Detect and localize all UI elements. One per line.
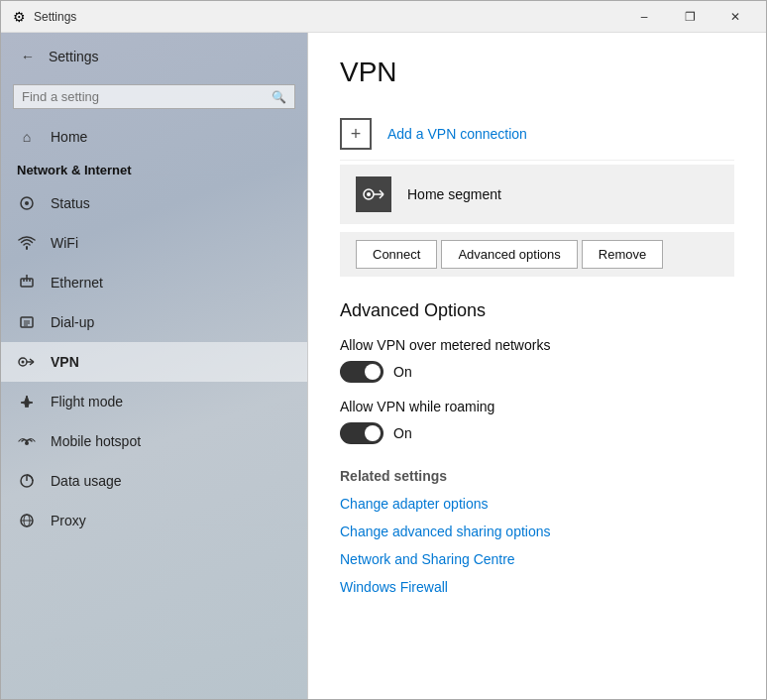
- option-metered-networks: Allow VPN over metered networks On: [340, 337, 734, 383]
- data-usage-icon: [17, 471, 37, 491]
- sidebar-item-data-usage[interactable]: Data usage: [1, 461, 307, 501]
- svg-point-23: [367, 192, 371, 196]
- toggle-row-roaming: On: [340, 422, 734, 444]
- vpn-icon: [17, 352, 37, 372]
- back-icon: ←: [21, 49, 35, 64]
- status-icon: [17, 193, 37, 213]
- plus-icon: +: [340, 118, 372, 150]
- sidebar-item-vpn[interactable]: VPN: [1, 342, 307, 382]
- proxy-icon: [17, 511, 37, 530]
- add-vpn-label: Add a VPN connection: [387, 126, 527, 142]
- related-link-firewall[interactable]: Windows Firewall: [340, 579, 734, 595]
- back-button[interactable]: ←: [17, 45, 39, 68]
- vpn-connection-item[interactable]: Home segment: [340, 165, 734, 224]
- toggle-metered[interactable]: [340, 361, 384, 383]
- close-button[interactable]: ✕: [712, 1, 758, 33]
- sidebar-item-mobile-hotspot[interactable]: Mobile hotspot: [1, 421, 307, 461]
- svg-point-16: [25, 441, 29, 445]
- related-settings-section: Related settings Change adapter options …: [340, 468, 734, 595]
- search-input[interactable]: [22, 89, 266, 104]
- sidebar: ← Settings 🔍 ⌂ Home Network & Internet: [1, 33, 308, 699]
- sidebar-item-wifi[interactable]: WiFi: [1, 223, 307, 263]
- main-panel: VPN + Add a VPN connection Home se: [308, 33, 766, 699]
- option-metered-label: Allow VPN over metered networks: [340, 337, 734, 353]
- toggle-roaming-state: On: [393, 425, 412, 441]
- sidebar-item-ethernet[interactable]: Ethernet: [1, 263, 307, 302]
- sidebar-item-label-ethernet: Ethernet: [51, 275, 103, 291]
- vpn-connection-name: Home segment: [407, 186, 501, 202]
- ethernet-icon: [17, 273, 37, 292]
- remove-button[interactable]: Remove: [582, 240, 663, 269]
- search-icon: 🔍: [272, 90, 286, 104]
- action-buttons: Connect Advanced options Remove: [340, 232, 734, 277]
- sidebar-item-dialup[interactable]: Dial-up: [1, 302, 307, 342]
- minimize-button[interactable]: –: [621, 1, 667, 33]
- sidebar-item-proxy[interactable]: Proxy: [1, 501, 307, 540]
- app-icon: ⚙: [13, 9, 26, 25]
- option-roaming-label: Allow VPN while roaming: [340, 399, 734, 414]
- sidebar-app-title: Settings: [49, 49, 99, 64]
- sidebar-item-label-mobile-hotspot: Mobile hotspot: [51, 433, 141, 449]
- toggle-roaming[interactable]: [340, 422, 384, 444]
- hotspot-icon: [17, 431, 37, 451]
- related-link-adapter[interactable]: Change adapter options: [340, 496, 734, 512]
- restore-button[interactable]: ❐: [667, 1, 712, 33]
- search-box[interactable]: 🔍: [13, 84, 295, 109]
- sidebar-item-flight-mode[interactable]: Flight mode: [1, 382, 307, 421]
- sidebar-item-status[interactable]: Status: [1, 183, 307, 223]
- sidebar-item-label-vpn: VPN: [51, 354, 79, 370]
- sidebar-item-label-wifi: WiFi: [51, 235, 78, 251]
- connect-button[interactable]: Connect: [356, 240, 437, 269]
- sidebar-item-home[interactable]: ⌂ Home: [1, 117, 307, 157]
- home-icon: ⌂: [17, 127, 37, 147]
- advanced-options-section-title: Advanced Options: [340, 300, 734, 321]
- dialup-icon: [17, 312, 37, 332]
- sidebar-item-label-dialup: Dial-up: [51, 314, 94, 330]
- sidebar-item-label-data-usage: Data usage: [51, 473, 122, 489]
- related-link-sharing-centre[interactable]: Network and Sharing Centre: [340, 551, 734, 567]
- add-vpn-row[interactable]: + Add a VPN connection: [340, 108, 734, 161]
- page-title: VPN: [340, 57, 734, 88]
- toggle-row-metered: On: [340, 361, 734, 383]
- flight-icon: [17, 392, 37, 411]
- window-frame: ⚙ Settings – ❐ ✕ ← Settings 🔍 ⌂: [0, 0, 767, 700]
- wifi-icon: [17, 233, 37, 253]
- title-bar-left: ⚙ Settings: [13, 9, 76, 25]
- option-roaming: Allow VPN while roaming On: [340, 399, 734, 444]
- svg-point-1: [25, 201, 29, 205]
- sidebar-item-label-status: Status: [51, 195, 90, 211]
- sidebar-top: ← Settings: [1, 33, 307, 80]
- sidebar-item-label-flight-mode: Flight mode: [51, 394, 123, 409]
- sidebar-nav: Status WiFi: [1, 183, 307, 540]
- advanced-options-button[interactable]: Advanced options: [441, 240, 577, 269]
- app-body: ← Settings 🔍 ⌂ Home Network & Internet: [1, 33, 766, 699]
- vpn-connection-icon: [356, 176, 391, 212]
- title-bar-title: Settings: [34, 10, 76, 24]
- sidebar-section-title: Network & Internet: [1, 157, 307, 183]
- sidebar-item-label-proxy: Proxy: [51, 513, 86, 528]
- related-link-sharing[interactable]: Change advanced sharing options: [340, 524, 734, 539]
- title-bar: ⚙ Settings – ❐ ✕: [1, 1, 766, 33]
- toggle-metered-state: On: [393, 364, 412, 380]
- svg-point-13: [22, 361, 25, 364]
- title-bar-controls: – ❐ ✕: [621, 1, 758, 33]
- related-settings-title: Related settings: [340, 468, 734, 484]
- sidebar-item-label-home: Home: [51, 129, 87, 145]
